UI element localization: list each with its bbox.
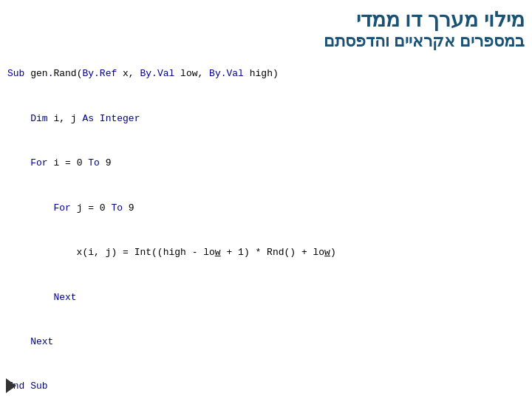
title-line2: במספרים אקראיים והדפסתם xyxy=(324,32,525,51)
code-line-next2: Next xyxy=(7,335,336,349)
page-container: מילוי מערך דו ממדי במספרים אקראיים והדפס… xyxy=(0,0,532,399)
code-line-sub1: Sub gen.Rand(By.Ref x, By.Val low, By.Va… xyxy=(7,66,336,81)
hebrew-title: מילוי מערך דו ממדי במספרים אקראיים והדפס… xyxy=(324,7,525,51)
code-line-for-j1: For j = 0 To 9 xyxy=(7,201,336,216)
code-line-dim1: Dim i, j As Integer xyxy=(7,112,336,126)
code-line-endsub1: End Sub xyxy=(7,379,336,394)
arrow-icon xyxy=(6,378,16,393)
code-line-for-i1: For i = 0 To 9 xyxy=(7,156,336,171)
code-area: Sub gen.Rand(By.Ref x, By.Val low, By.Va… xyxy=(7,22,336,399)
title-line1: מילוי מערך דו ממדי xyxy=(324,7,525,32)
code-line-next1: Next xyxy=(7,290,336,305)
code-line-assign: x(i, j) = Int((high - low + 1) * Rnd() +… xyxy=(7,245,336,260)
